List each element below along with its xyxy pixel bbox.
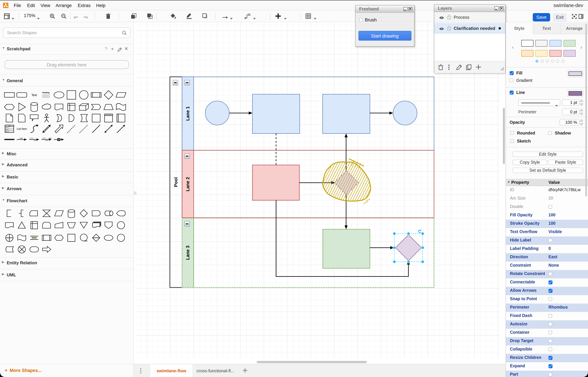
svg-text:Source: Source — [30, 138, 33, 139]
svg-text:Lane 3: Lane 3 — [185, 246, 190, 260]
svg-text:List: List — [8, 125, 11, 127]
svg-text:Source: Source — [42, 138, 46, 139]
svg-text:label: label — [34, 140, 36, 141]
svg-text:Heading: Heading — [42, 92, 49, 94]
svg-text:Text: Text — [31, 94, 37, 97]
svg-text:Item 1: Item 1 — [6, 127, 9, 128]
svg-text:Pool: Pool — [173, 177, 178, 187]
svg-text:List Item: List Item — [17, 128, 27, 130]
svg-text:Label: Label — [19, 137, 23, 139]
svg-text:Item 3: Item 3 — [6, 131, 9, 132]
svg-text:Target: Target — [49, 138, 52, 139]
svg-text:Vertical Container: Vertical Container — [106, 115, 112, 115]
svg-text:Lane 1: Lane 1 — [185, 106, 190, 121]
svg-text:label: label — [45, 140, 48, 141]
svg-text:Lane 2: Lane 2 — [185, 177, 190, 191]
